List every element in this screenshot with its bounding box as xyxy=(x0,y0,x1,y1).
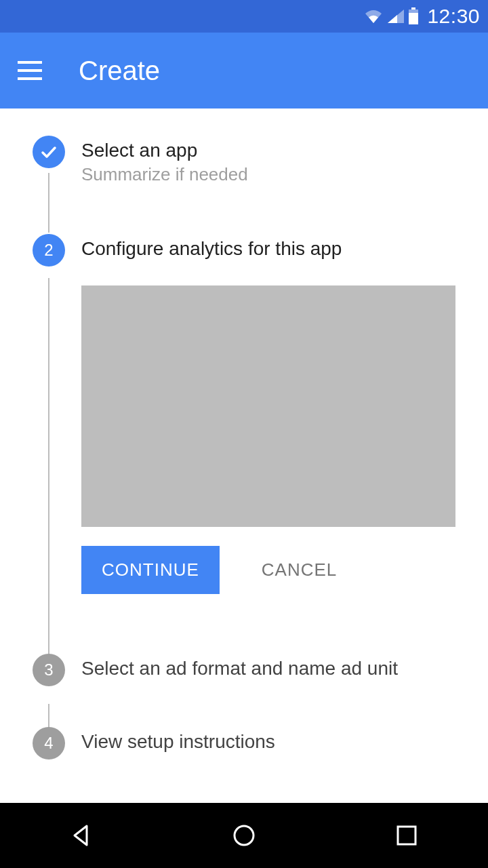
wifi-icon xyxy=(363,8,384,24)
svg-point-6 xyxy=(235,826,253,845)
step-subtitle: Summarize if needed xyxy=(81,164,248,185)
menu-icon[interactable] xyxy=(16,57,43,84)
step-number-badge: 3 xyxy=(33,654,65,686)
step-connector xyxy=(48,173,49,233)
vertical-stepper: Select an app Summarize if needed 2 Conf… xyxy=(33,136,455,760)
app-bar: Create xyxy=(0,33,488,108)
back-button[interactable] xyxy=(62,816,100,854)
svg-rect-2 xyxy=(409,13,418,24)
status-bar: 12:30 xyxy=(0,0,488,33)
step-title: Select an ad format and name ad unit xyxy=(81,656,398,681)
svg-rect-4 xyxy=(18,69,42,72)
cancel-button[interactable]: CANCEL xyxy=(241,546,357,594)
step-number-badge: 4 xyxy=(33,727,65,760)
home-button[interactable] xyxy=(225,816,263,854)
battery-icon xyxy=(408,7,419,25)
step-title: Configure analytics for this app xyxy=(81,237,342,261)
content-placeholder xyxy=(81,285,455,527)
step-view-instructions[interactable]: 4 View setup instructions xyxy=(33,727,455,760)
step-title: View setup instructions xyxy=(81,730,275,754)
step-number-badge: 2 xyxy=(33,234,65,267)
stepper-content: Select an app Summarize if needed 2 Conf… xyxy=(0,108,488,803)
status-time: 12:30 xyxy=(427,5,480,28)
step-actions: CONTINUE CANCEL xyxy=(81,546,455,594)
step-active-body: CONTINUE CANCEL xyxy=(81,285,455,594)
svg-rect-3 xyxy=(18,61,42,64)
svg-rect-0 xyxy=(411,7,415,9)
step-configure-analytics[interactable]: 2 Configure analytics for this app xyxy=(33,234,455,267)
continue-button[interactable]: CONTINUE xyxy=(81,546,220,594)
check-icon xyxy=(33,136,65,168)
svg-rect-7 xyxy=(398,827,415,844)
svg-rect-5 xyxy=(18,77,42,80)
cell-signal-icon xyxy=(386,8,405,24)
step-connector xyxy=(48,278,49,658)
status-icons xyxy=(363,7,419,25)
system-nav-bar xyxy=(0,803,488,868)
recent-apps-button[interactable] xyxy=(388,816,426,854)
step-title: Select an app xyxy=(81,138,248,163)
step-select-ad-format[interactable]: 3 Select an ad format and name ad unit xyxy=(33,654,455,686)
step-select-app[interactable]: Select an app Summarize if needed xyxy=(33,136,455,185)
page-title: Create xyxy=(79,56,160,86)
